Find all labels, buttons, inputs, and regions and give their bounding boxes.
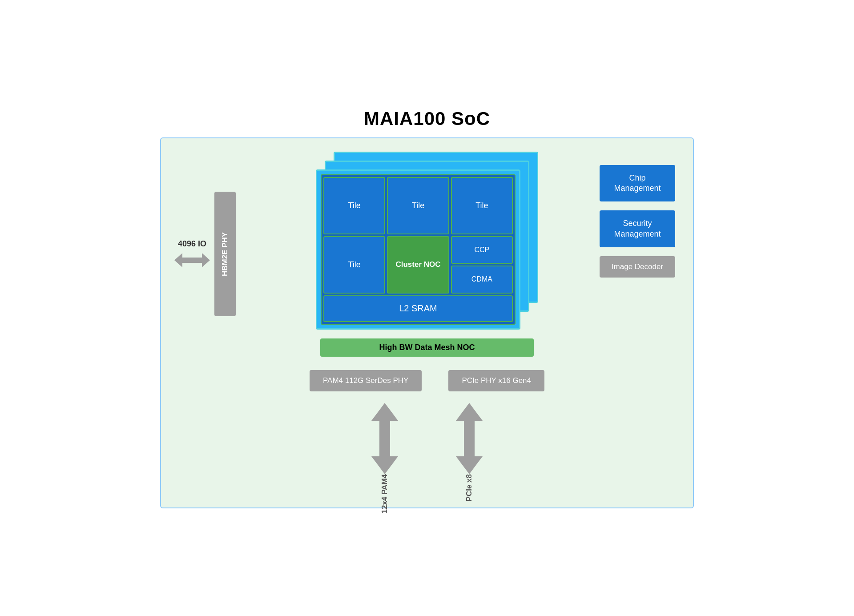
chip-stack: Tile Tile Tile Tile Cluster NOC CCP CDMA <box>316 152 538 330</box>
cluster-noc-box: Cluster NOC <box>387 236 449 294</box>
left-side: 4096 IO HBM2E PHY <box>174 192 263 316</box>
pam4-arrow-icon <box>369 403 400 474</box>
cdma-box: CDMA <box>451 266 513 294</box>
security-management-box: Security Management <box>600 210 675 247</box>
l2-sram-box: L2 SRAM <box>323 295 513 322</box>
bottom-section: PAM4 112G SerDes PHY PCIe PHY x16 Gen4 1… <box>174 370 680 514</box>
pam4-arrow-label: 12x4 PAM4 <box>380 474 389 514</box>
hbm-box: HBM2E PHY <box>214 192 236 316</box>
ccp-box: CCP <box>451 236 513 264</box>
pam4-phy-box: PAM4 112G SerDes PHY <box>310 370 422 391</box>
pcie-arrow-icon <box>454 403 485 474</box>
soc-container: 4096 IO HBM2E PHY <box>160 137 694 508</box>
image-decoder-box: Image Decoder <box>600 256 675 278</box>
pcie-arrow-label: PCIe x8 <box>465 474 474 501</box>
noc-bar: High BW Data Mesh NOC <box>320 338 534 357</box>
phy-boxes: PAM4 112G SerDes PHY PCIe PHY x16 Gen4 <box>310 370 544 391</box>
svg-marker-0 <box>174 253 210 267</box>
upper-section: 4096 IO HBM2E PHY <box>174 152 680 357</box>
io-arrow-group: 4096 IO <box>174 239 210 269</box>
io-label: 4096 IO <box>178 239 206 249</box>
chip-layer-front: Tile Tile Tile Tile Cluster NOC CCP CDMA <box>316 169 520 330</box>
main-title: MAIA100 SoC <box>364 108 490 129</box>
tile-4: Tile <box>323 236 385 294</box>
tile-1: Tile <box>323 177 385 234</box>
svg-marker-2 <box>456 403 483 474</box>
tile-3: Tile <box>451 177 513 234</box>
chip-management-box: Chip Management <box>600 165 675 202</box>
center-section: Tile Tile Tile Tile Cluster NOC CCP CDMA <box>263 152 591 357</box>
pcie-arrow-item: PCIe x8 <box>454 403 485 501</box>
svg-marker-1 <box>371 403 398 474</box>
pam4-arrow-item: 12x4 PAM4 <box>369 403 400 514</box>
diagram-wrapper: MAIA100 SoC 4096 IO HBM2E PHY <box>145 108 709 508</box>
tile-2: Tile <box>387 177 449 234</box>
ccp-cdma-col: CCP CDMA <box>451 236 513 294</box>
pcie-phy-box: PCIe PHY x16 Gen4 <box>448 370 544 391</box>
arrows-row: 12x4 PAM4 PCIe x8 <box>369 403 485 514</box>
right-side: Chip Management Security Management Imag… <box>591 152 680 278</box>
double-arrow-icon <box>174 251 210 269</box>
chip-inner: Tile Tile Tile Tile Cluster NOC CCP CDMA <box>321 174 516 325</box>
